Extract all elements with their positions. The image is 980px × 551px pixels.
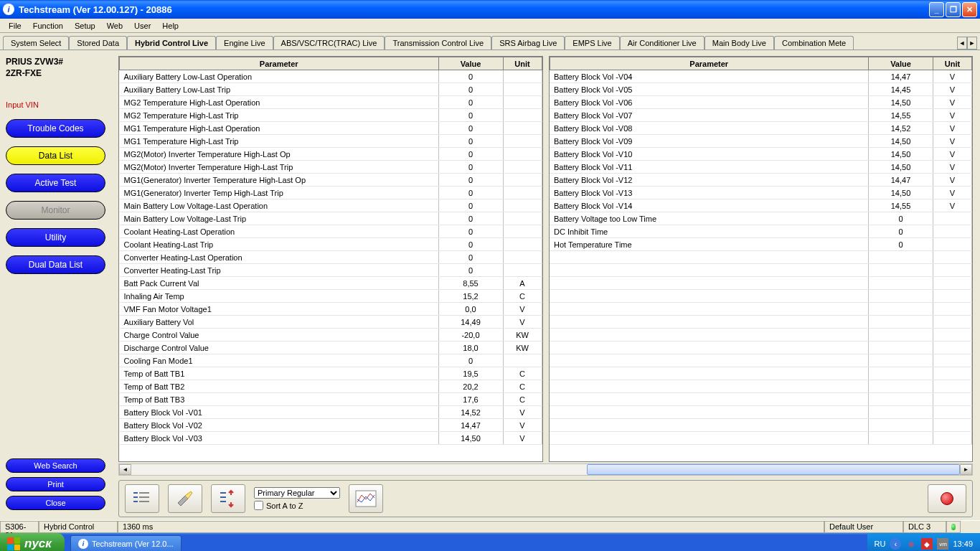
scroll-thumb[interactable] <box>587 464 960 475</box>
tray-chevron-icon[interactable]: ‹ <box>890 538 901 550</box>
table-row[interactable]: Hot Temperature Time0 <box>550 238 972 251</box>
taskbar-app[interactable]: i Techstream (Ver 12.0... <box>70 535 182 551</box>
scroll-left-icon[interactable]: ◄ <box>119 464 131 475</box>
menu-web[interactable]: Web <box>101 20 128 32</box>
table-row[interactable]: Battery Block Vol -V1414,55V <box>550 199 972 212</box>
table-row[interactable]: Inhaling Air Temp15,2C <box>120 290 542 303</box>
graph-button[interactable] <box>349 484 383 513</box>
col-value[interactable]: Value <box>869 57 933 70</box>
table-row[interactable]: MG2(Motor) Inverter Temperature High-Las… <box>120 161 542 174</box>
tray-security-icon[interactable]: ◆ <box>921 538 933 550</box>
scroll-right-icon[interactable]: ► <box>960 464 972 475</box>
tab-air-conditioner-live[interactable]: Air Conditioner Live <box>620 36 705 50</box>
monitor-button[interactable]: Monitor <box>6 201 105 220</box>
table-row[interactable]: Battery Block Vol -V1214,47V <box>550 174 972 187</box>
table-row[interactable]: Battery Block Vol -V1114,50V <box>550 161 972 174</box>
table-row[interactable]: Battery Block Vol -V0214,47V <box>120 419 542 432</box>
tray-vm-icon[interactable]: vm <box>937 538 948 550</box>
table-row[interactable]: MG2 Temperature High-Last Trip0 <box>120 109 542 122</box>
table-row[interactable]: MG2(Motor) Inverter Temperature High-Las… <box>120 148 542 161</box>
table-row[interactable]: Battery Block Vol -V0714,55V <box>550 109 972 122</box>
table-row[interactable]: Cooling Fan Mode10 <box>120 354 542 367</box>
flashlight-button[interactable] <box>168 484 202 513</box>
table-row[interactable]: Auxiliary Battery Vol14,49V <box>120 316 542 329</box>
table-row[interactable]: Temp of Batt TB220,2C <box>120 380 542 393</box>
col-unit[interactable]: Unit <box>933 57 972 70</box>
start-button[interactable]: пуск <box>0 533 65 551</box>
tab-main-body-live[interactable]: Main Body Live <box>705 36 774 50</box>
table-row[interactable]: Converter Heating-Last Operation0 <box>120 251 542 264</box>
col-parameter[interactable]: Parameter <box>550 57 869 70</box>
expand-list-button[interactable] <box>211 484 245 513</box>
close-button[interactable]: Close <box>6 496 105 510</box>
horizontal-scrollbar[interactable]: ◄ ► <box>118 463 973 476</box>
table-row[interactable]: MG2 Temperature High-Last Operation0 <box>120 96 542 109</box>
table-row[interactable]: Battery Block Vol -V0414,47V <box>550 70 972 83</box>
table-row[interactable]: Battery Voltage too Low Time0 <box>550 212 972 225</box>
table-row[interactable]: MG1(Generator) Inverter Temperature High… <box>120 174 542 187</box>
tray-lang[interactable]: RU <box>875 540 886 548</box>
menu-setup[interactable]: Setup <box>69 20 101 32</box>
utility-button[interactable]: Utility <box>6 228 105 247</box>
table-row[interactable]: Battery Block Vol -V0314,50V <box>120 432 542 445</box>
table-row[interactable]: Battery Block Vol -V0914,50V <box>550 135 972 148</box>
table-row[interactable]: Temp of Batt TB119,5C <box>120 367 542 380</box>
dual-data-list-button[interactable]: Dual Data List <box>6 255 105 274</box>
list-view-button[interactable] <box>125 484 159 513</box>
table-row[interactable]: Temp of Batt TB317,6C <box>120 393 542 406</box>
input-vin-link[interactable]: Input VIN <box>6 100 105 109</box>
tray-shield-icon[interactable]: ⊗ <box>905 538 917 550</box>
table-row[interactable]: Converter Heating-Last Trip0 <box>120 264 542 277</box>
close-window-button[interactable]: ✕ <box>962 2 977 17</box>
table-row[interactable]: Battery Block Vol -V0514,45V <box>550 83 972 96</box>
tab-scroll-right[interactable]: ► <box>967 37 977 50</box>
tab-emps-live[interactable]: EMPS Live <box>565 36 619 50</box>
menu-function[interactable]: Function <box>27 20 69 32</box>
tab-combination-mete[interactable]: Combination Mete <box>774 36 854 50</box>
maximize-button[interactable]: ❐ <box>946 2 961 17</box>
trouble-codes-button[interactable]: Trouble Codes <box>6 119 105 138</box>
tab-abs-vsc-trc-trac-live[interactable]: ABS/VSC/TRC(TRAC) Live <box>273 36 385 50</box>
menu-file[interactable]: File <box>3 20 27 32</box>
table-row[interactable]: Battery Block Vol -V0114,52V <box>120 406 542 419</box>
sort-checkbox-label[interactable]: Sort A to Z <box>254 501 340 510</box>
print-button[interactable]: Print <box>6 477 105 491</box>
tab-hybrid-control-live[interactable]: Hybrid Control Live <box>127 36 216 50</box>
tab-system-select[interactable]: System Select <box>3 36 69 50</box>
tab-engine-live[interactable]: Engine Live <box>216 36 273 50</box>
menu-user[interactable]: User <box>128 20 156 32</box>
col-parameter[interactable]: Parameter <box>120 57 439 70</box>
system-tray[interactable]: RU ‹ ⊗ ◆ vm 13:49 <box>867 533 980 551</box>
tab-transmission-control-live[interactable]: Transmission Control Live <box>385 36 491 50</box>
active-test-button[interactable]: Active Test <box>6 174 105 192</box>
table-row[interactable]: DC Inhibit Time0 <box>550 225 972 238</box>
table-row[interactable]: Battery Block Vol -V1314,50V <box>550 187 972 199</box>
table-row[interactable]: Coolant Heating-Last Trip0 <box>120 238 542 251</box>
table-row[interactable]: Discharge Control Value18,0KW <box>120 342 542 354</box>
minimize-button[interactable]: _ <box>929 2 944 17</box>
col-unit[interactable]: Unit <box>503 57 542 70</box>
table-row[interactable]: MG1 Temperature High-Last Operation0 <box>120 122 542 135</box>
table-row[interactable]: Battery Block Vol -V0814,52V <box>550 122 972 135</box>
table-row[interactable]: Main Battery Low Voltage-Last Operation0 <box>120 199 542 212</box>
table-row[interactable]: Battery Block Vol -V1014,50V <box>550 148 972 161</box>
table-row[interactable]: Coolant Heating-Last Operation0 <box>120 225 542 238</box>
table-row[interactable]: VMF Fan Motor Voltage10,0V <box>120 303 542 316</box>
menu-help[interactable]: Help <box>156 20 184 32</box>
table-row[interactable]: MG1 Temperature High-Last Trip0 <box>120 135 542 148</box>
display-mode-select[interactable]: Primary Regular <box>254 487 340 499</box>
data-list-button[interactable]: Data List <box>6 146 105 165</box>
table-row[interactable]: Batt Pack Current Val8,55A <box>120 277 542 290</box>
table-row[interactable]: Auxiliary Battery Low-Last Operation0 <box>120 70 542 83</box>
table-row[interactable]: Main Battery Low Voltage-Last Trip0 <box>120 212 542 225</box>
tab-scroll-left[interactable]: ◄ <box>957 37 967 50</box>
record-button[interactable] <box>928 484 966 513</box>
tab-stored-data[interactable]: Stored Data <box>69 36 127 50</box>
col-value[interactable]: Value <box>438 57 503 70</box>
web-search-button[interactable]: Web Search <box>6 458 105 473</box>
table-row[interactable]: Battery Block Vol -V0614,50V <box>550 96 972 109</box>
sort-checkbox[interactable] <box>254 501 263 510</box>
tab-srs-airbag-live[interactable]: SRS Airbag Live <box>491 36 565 50</box>
table-row[interactable]: Auxiliary Battery Low-Last Trip0 <box>120 83 542 96</box>
table-row[interactable]: MG1(Generator) Inverter Temp High-Last T… <box>120 187 542 199</box>
